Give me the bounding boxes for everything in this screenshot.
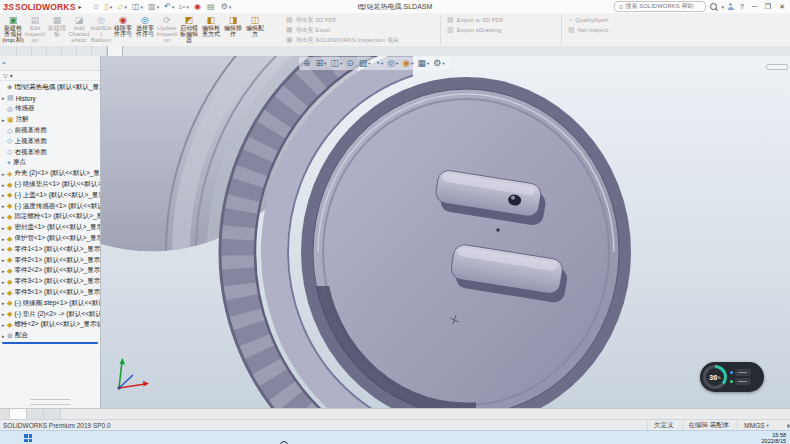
- tree-item[interactable]: ▸ ▣ 注解: [0, 114, 100, 125]
- hide-show-items-icon[interactable]: ◎ ▾: [387, 58, 398, 69]
- tree-item[interactable]: ▸ ◆ (-) 绝缘圈.step<1> (默认<<默认>: [0, 298, 100, 309]
- recorder-toggle-top[interactable]: [730, 369, 751, 376]
- panel-splitter[interactable]: [30, 399, 70, 405]
- command-tab[interactable]: [2, 46, 17, 56]
- rebuild-icon[interactable]: ◉: [192, 1, 204, 12]
- ribbon-button[interactable]: ⟳ Update Inspection Project: [156, 14, 178, 45]
- search-input[interactable]: ⊙ 搜索 SOLIDWORKS 帮助: [614, 1, 706, 12]
- tree-item[interactable]: ▸ ◆ (-) 绝缘垫片<1> (默认<<默认>_显: [0, 179, 100, 190]
- tree-filter[interactable]: ▽ ▾: [0, 71, 100, 81]
- tree-item[interactable]: ▸ ◆ 零件5<1> (默认<<默认>_显示状态: [0, 287, 100, 298]
- export-menu-item[interactable]: ▥ Export eDrawing: [447, 25, 555, 35]
- apply-scene-icon[interactable]: ▦ ▾: [417, 58, 429, 69]
- close-button[interactable]: ✕: [777, 3, 787, 11]
- menu-expand-icon[interactable]: ▸: [79, 3, 82, 10]
- ribbon-button[interactable]: ▦ 新建模板: [46, 14, 68, 45]
- zoom-area-icon[interactable]: ⊞ ▾: [316, 58, 327, 69]
- tree-item[interactable]: ▸ ◆ 零件2<2> (默认<<默认>_显示状: [0, 266, 100, 277]
- tree-item[interactable]: ▸ ◆ 零件2<1> (默认<<默认>_显示状: [0, 255, 100, 266]
- export-menu-item[interactable]: ▤ Export to 3D PDF: [447, 15, 555, 25]
- tree-item[interactable]: ◎ 传感器: [0, 104, 100, 115]
- tree-item[interactable]: ◇ 上视基准面: [0, 136, 100, 147]
- ribbon-button[interactable]: ◎ 选择零件序号: [134, 14, 156, 45]
- login-icon[interactable]: [728, 3, 734, 10]
- tree-item[interactable]: ◇ 前视基准面: [0, 125, 100, 136]
- ribbon-button[interactable]: ◉ 移除零件序号: [112, 14, 134, 45]
- tree-item[interactable]: ▸ ◆ 零件3<1> (默认<<默认>_显示状态: [0, 276, 100, 287]
- ribbon-button[interactable]: ▣ 新建检查项目 (imp;和): [2, 14, 24, 45]
- export-menu-item[interactable]: ▦ 导出至 Excel: [286, 25, 434, 35]
- minimize-button[interactable]: ─: [750, 3, 759, 10]
- ribbon-button[interactable]: ▤ Edit Inspection Project: [24, 14, 46, 45]
- tree-item-label: 固定螺栓<1> (默认<<默认>_显示: [14, 212, 100, 221]
- tree-root-item[interactable]: ◈ t型铠装热电偶 (默认<默认_显示状态-1: [0, 82, 100, 93]
- ribbon-button[interactable]: ◩ 启动模板编辑器: [178, 14, 200, 45]
- tree-item[interactable]: ▸ ⊚ 配合: [0, 330, 100, 341]
- dynamic-annotation-icon[interactable]: ⊙: [346, 58, 355, 69]
- new-file-icon[interactable]: ▯▾: [102, 1, 114, 12]
- taskbar-clock[interactable]: 15:58 2022/8/15: [762, 432, 786, 444]
- taskbar-search-button[interactable]: [280, 435, 288, 444]
- tree-item[interactable]: ▸ ◆ 螺栓<2> (默认<<默认>_显示状态: [0, 320, 100, 331]
- tree-item[interactable]: ▸ ◆ (-) 温度传感器<1> (默认<<默认>: [0, 201, 100, 212]
- tree-item[interactable]: ▸ ◆ 固定螺栓<1> (默认<<默认>_显示: [0, 212, 100, 223]
- section-view-icon[interactable]: ◫ ▾: [330, 58, 342, 69]
- edit-appearance-icon[interactable]: ◉ ▾: [402, 58, 413, 69]
- status-badge[interactable]: 在编辑 装配体: [682, 421, 738, 430]
- recorder-toggle-bottom[interactable]: [730, 378, 751, 385]
- search-icon[interactable]: [710, 3, 717, 10]
- command-tab[interactable]: [77, 46, 92, 56]
- status-badge[interactable]: MMGS▾: [737, 422, 775, 429]
- tree-item[interactable]: ▸ ▤ History: [0, 93, 100, 104]
- display-style-icon[interactable]: ◔ ▾: [374, 58, 383, 69]
- rollback-bar[interactable]: [2, 342, 98, 344]
- home-icon[interactable]: ⌂: [92, 1, 102, 12]
- zoom-fit-icon[interactable]: ⊕: [303, 58, 312, 69]
- command-tab[interactable]: [92, 46, 107, 56]
- command-tab[interactable]: [62, 46, 77, 56]
- ribbon-button-label: 编辑检查方式: [200, 25, 222, 37]
- view-settings-icon[interactable]: ⚙ ▾: [433, 58, 444, 69]
- ribbon-button[interactable]: ◧ 编辑检查方式: [200, 14, 222, 45]
- tree-item[interactable]: ▸ ◈ 外壳 (2)<1> (默认<<默认>_显示状: [0, 168, 100, 179]
- help-button[interactable]: ?: [738, 3, 746, 10]
- command-tab[interactable]: [47, 46, 62, 56]
- tree-item[interactable]: ◇ 右视基准面: [0, 147, 100, 158]
- tree-item[interactable]: ▸ ◆ (-) 上盖<1> (默认<<默认>_显示状: [0, 190, 100, 201]
- restore-button[interactable]: ❒: [763, 3, 773, 11]
- save-icon[interactable]: ◫▾: [130, 1, 145, 12]
- thermocouple-3d-model[interactable]: [101, 56, 790, 408]
- select-icon[interactable]: ▻▾: [177, 1, 191, 12]
- ribbon-button[interactable]: ◎ Add/Edit Balloons: [90, 14, 112, 45]
- tree-item[interactable]: ▸ ◆ 保护管<1> (默认<<默认>_显示状: [0, 233, 100, 244]
- featuremanager-tab[interactable]: [2, 62, 6, 64]
- status-badge[interactable]: 欠定义: [647, 421, 682, 430]
- undo-icon[interactable]: ↶▾: [162, 1, 176, 12]
- export-menu-item[interactable]: ▣ 导出至 SOLIDWORKS Inspection 项目: [286, 35, 434, 45]
- options-icon[interactable]: ⚙▾: [219, 1, 234, 12]
- start-button[interactable]: [24, 434, 32, 442]
- ribbon-button-icon: ◎: [97, 15, 105, 25]
- ribbon-button[interactable]: ◨ 编辑操作: [222, 14, 244, 45]
- tree-item[interactable]: ▸ ◆ 密封盖<1> (默认<<默认>_显示状: [0, 222, 100, 233]
- file-properties-icon[interactable]: ▤: [205, 1, 218, 12]
- view-orientation-icon[interactable]: ▧ ▾: [359, 58, 371, 69]
- command-tab[interactable]: [32, 46, 47, 56]
- export-menu-item[interactable]: ▧ Net-Inspect: [568, 25, 646, 35]
- export-menu-item[interactable]: ◔ QualityXpert: [568, 15, 646, 25]
- open-file-icon[interactable]: ▱▾: [115, 1, 129, 12]
- print-icon[interactable]: ▥▾: [146, 1, 161, 12]
- tree-item[interactable]: ⌖ 原点: [0, 158, 100, 169]
- ribbon-button[interactable]: ◪ Add Characteristic: [68, 14, 90, 45]
- command-tab[interactable]: [17, 46, 32, 56]
- recorder-widget[interactable]: 36%: [700, 362, 764, 392]
- ribbon-button[interactable]: ◫ 编辑配方: [244, 14, 266, 45]
- tree-item[interactable]: ▸ ◆ 零件1<1> (默认<<默认>_显示状态: [0, 244, 100, 255]
- export-menu-item[interactable]: ▤ 导出至 2D PDF: [286, 15, 434, 25]
- command-tab[interactable]: [107, 46, 123, 56]
- graphics-viewport[interactable]: ⊕ ⊞ ▾ ◫ ▾ ⊙ ▧ ▾ ◔ ▾ ◎: [101, 56, 790, 408]
- tree-item[interactable]: ▸ ◆ (-) 垫片 (2)<2> -> (默认<<默认>: [0, 309, 100, 320]
- tree-item-icon: ◇: [7, 127, 12, 135]
- tree-item-label: 注解: [16, 115, 29, 124]
- search-scope-caret-icon[interactable]: ▾: [721, 4, 724, 10]
